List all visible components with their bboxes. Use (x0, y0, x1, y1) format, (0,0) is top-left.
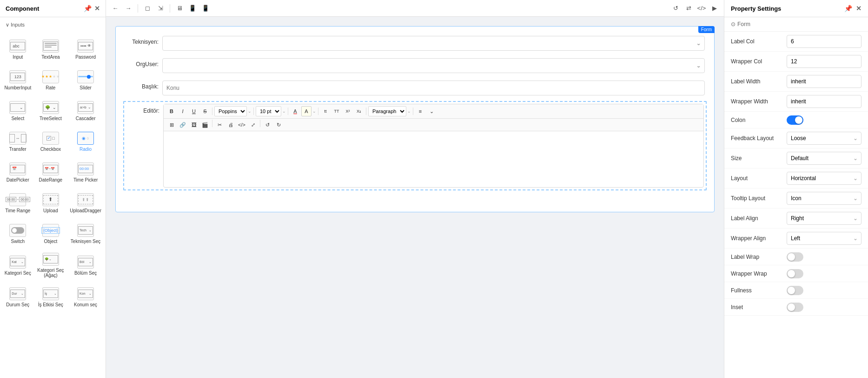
play-icon[interactable]: ▶ (709, 3, 720, 14)
component-item-isetkisi[interactable]: İş⌄ İş Etkisi Seç (35, 282, 67, 312)
align-button[interactable]: ≡ (415, 106, 425, 116)
italic-button[interactable]: I (178, 106, 188, 116)
fullscreen-button[interactable]: ⤢ (248, 120, 258, 130)
prop-toggle-label-wrap[interactable] (787, 252, 803, 262)
component-icon-datepicker: 📅 (9, 162, 26, 176)
component-item-datepicker[interactable]: 📅 DatePicker (2, 157, 34, 187)
para-chevron-icon: ⌄ (407, 109, 411, 114)
font-family-select[interactable]: Poppins (214, 106, 247, 116)
component-item-cascader[interactable]: a>b⌄ Cascader (67, 96, 104, 126)
component-label-timerange: Time Range (5, 208, 30, 213)
component-item-radio[interactable]: ◉○ Radio (67, 127, 104, 156)
scissors-button[interactable]: ✂ (214, 120, 225, 130)
component-label-textarea: TextArea (41, 54, 60, 60)
prop-input-label-width[interactable] (787, 75, 861, 88)
baslik-input[interactable] (162, 81, 705, 95)
prop-input-label-col[interactable] (787, 35, 861, 48)
table-button[interactable]: ⊞ (166, 120, 177, 130)
prop-section-title: ⊙ Form (724, 17, 868, 32)
component-item-numberinput[interactable]: 123 NumberInput (2, 65, 34, 95)
editor-content[interactable] (164, 131, 703, 187)
component-item-tekniksec[interactable]: Tech⌄ Teknisyen Seç (67, 219, 104, 249)
pin-icon-right[interactable]: 📌 (844, 5, 852, 12)
prop-select-size[interactable]: DefaultSmallLarge (787, 152, 861, 165)
sub-button[interactable]: X₂ (354, 106, 364, 116)
font-size-select[interactable]: 10 pt (256, 106, 281, 116)
pin-icon[interactable]: 📌 (84, 5, 92, 12)
undo-icon[interactable]: ← (110, 3, 121, 14)
more-button[interactable]: ⌄ (426, 106, 437, 116)
component-item-konumsec[interactable]: Kon⌄ Konum seç (67, 282, 104, 312)
undo3-button[interactable]: ↺ (262, 120, 272, 130)
section-label: ∨ Inputs (4, 20, 102, 30)
component-item-switch[interactable]: Switch (2, 219, 34, 249)
close-icon-right[interactable]: ✕ (856, 5, 861, 12)
prop-select-wrapper-align[interactable]: LeftRight (787, 232, 861, 245)
component-item-bolumsec[interactable]: Böl⌄ Bölüm Seç (67, 250, 104, 281)
link-button[interactable]: 🔗 (178, 120, 188, 130)
component-item-checkbox[interactable]: ✓□ Checkbox (35, 127, 67, 156)
resize-icon[interactable]: ⇲ (155, 3, 166, 14)
form-row-orguser: OrgUser: ⌄ (125, 58, 705, 73)
prop-toggle-inset[interactable] (787, 303, 803, 312)
close-icon[interactable]: ✕ (94, 5, 100, 12)
underline-button[interactable]: U (189, 106, 199, 116)
component-item-kategorisec[interactable]: Kat⌄ Kategori Seç (2, 250, 34, 281)
component-item-select[interactable]: ⌄ Select (2, 96, 34, 126)
prop-select-feedback-layout[interactable]: LooseCompact (787, 132, 861, 145)
component-item-slider[interactable]: Slider (67, 65, 104, 95)
chevron-down-icon: ⌄ (696, 62, 701, 69)
component-item-input[interactable]: abc Input (2, 34, 34, 64)
form-container[interactable]: Form Teknisyen: ⌄ OrgUser: (115, 26, 715, 212)
text-color-button[interactable]: A (290, 106, 300, 116)
select-icon[interactable]: ◻ (142, 3, 153, 14)
component-item-password[interactable]: ••••👁 Password (67, 34, 104, 64)
editor-container[interactable]: B I U S Poppins ⌄ 10 pt ⌄ (163, 104, 704, 188)
component-item-rate[interactable]: ★★★★★ Rate (35, 65, 67, 95)
canvas-area[interactable]: Form Teknisyen: ⌄ OrgUser: (106, 17, 724, 378)
component-item-timerange[interactable]: 00:00~00:00 Time Range (2, 188, 34, 218)
print-button[interactable]: 🖨 (225, 120, 236, 130)
component-item-treeselect[interactable]: 🌳⌄ TreeSelect (35, 96, 67, 126)
redo3-button[interactable]: ↻ (273, 120, 284, 130)
teknisyen-select[interactable]: ⌄ (162, 36, 705, 51)
sup-button[interactable]: X² (343, 106, 353, 116)
component-item-upload[interactable]: ⬆ Upload (35, 188, 67, 218)
image-button[interactable]: 🖼 (189, 120, 199, 130)
component-item-daterange[interactable]: 📅~📅 DateRange (35, 157, 67, 187)
prop-input-wrapper-width[interactable] (787, 95, 861, 108)
component-item-durumsec[interactable]: Dur⌄ Durum Seç (2, 282, 34, 312)
prop-label-tooltip-layout: Tooltip Layout (731, 195, 787, 202)
paragraph-select[interactable]: Paragraph (368, 106, 406, 116)
prop-select-tooltip-layout[interactable]: IconText (787, 192, 861, 205)
prop-select-wrapper-tooltip-layout: IconText (787, 192, 861, 205)
prop-select-layout[interactable]: HorizontalVerticalInline (787, 172, 861, 185)
color-chevron-icon: ⌄ (312, 109, 316, 114)
video-button[interactable]: 🎬 (200, 120, 210, 130)
undo2-icon[interactable]: ↺ (670, 3, 681, 14)
desktop-icon[interactable]: 🖥 (174, 3, 185, 14)
component-item-object[interactable]: {Object} Object (35, 219, 67, 249)
prop-select-label-align[interactable]: RightLeft (787, 212, 861, 225)
mobile-icon[interactable]: 📱 (200, 3, 211, 14)
swap-icon[interactable]: ⇄ (683, 3, 694, 14)
subscript-button[interactable]: tt (320, 106, 331, 116)
code2-button[interactable]: </> (237, 120, 247, 130)
prop-toggle-fullness[interactable] (787, 286, 803, 295)
orguser-select[interactable]: ⌄ (162, 58, 705, 73)
component-item-timepicker[interactable]: 00:00 Time Picker (67, 157, 104, 187)
tablet-icon[interactable]: 📱 (187, 3, 198, 14)
bold-button[interactable]: B (166, 106, 177, 116)
prop-input-wrapper-col[interactable] (787, 55, 861, 68)
code-icon[interactable]: </> (696, 3, 707, 14)
strikethrough-button[interactable]: S (200, 106, 210, 116)
prop-toggle-colon[interactable] (787, 115, 803, 125)
component-item-textarea[interactable]: TextArea (35, 34, 67, 64)
superscript-button[interactable]: TT (331, 106, 342, 116)
component-item-kategoriagac[interactable]: 🌳⌄ Kategori Seç (Ağaç) (35, 250, 67, 281)
redo-icon[interactable]: → (123, 3, 134, 14)
component-item-uploaddrag[interactable]: ⬆⬆ UploadDragger (67, 188, 104, 218)
highlight-button[interactable]: A (301, 106, 311, 116)
component-item-transfer[interactable]: ↔ Transfer (2, 127, 34, 156)
prop-toggle-wrapper-wrap[interactable] (787, 269, 803, 278)
